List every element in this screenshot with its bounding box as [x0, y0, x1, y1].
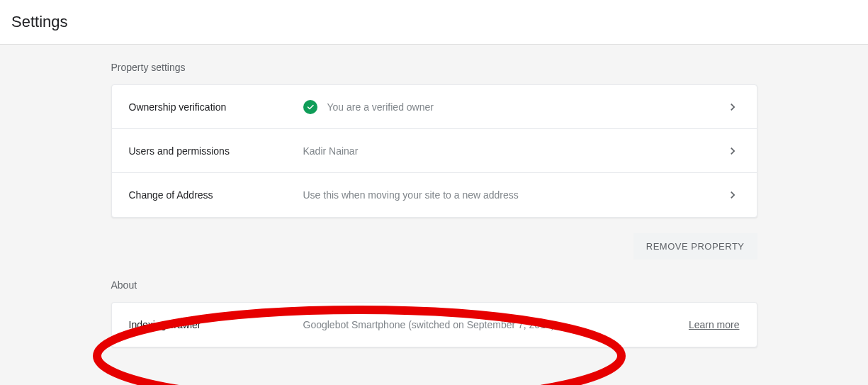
- remove-property-button[interactable]: REMOVE PROPERTY: [633, 233, 757, 260]
- section-title-about: About: [111, 279, 757, 291]
- users-permissions-row[interactable]: Users and permissions Kadir Nainar: [112, 129, 757, 173]
- change-of-address-row[interactable]: Change of Address Use this when moving y…: [112, 173, 757, 217]
- chevron-right-icon: [726, 188, 740, 202]
- verified-check-icon: [303, 100, 317, 114]
- address-value: Use this when moving your site to a new …: [303, 189, 519, 201]
- learn-more-link[interactable]: Learn more: [689, 319, 740, 330]
- property-settings-card: Ownership verification You are a verifie…: [111, 84, 757, 218]
- users-value-wrap: Kadir Nainar: [303, 145, 726, 157]
- users-label: Users and permissions: [129, 145, 303, 157]
- crawler-label: Indexing crawler: [129, 319, 303, 330]
- about-card: Indexing crawler Googlebot Smartphone (s…: [111, 302, 757, 347]
- crawler-value: Googlebot Smartphone (switched on Septem…: [303, 319, 555, 330]
- chevron-right-icon: [726, 144, 740, 158]
- crawler-value-wrap: Googlebot Smartphone (switched on Septem…: [303, 319, 689, 330]
- page-header: Settings: [0, 0, 868, 45]
- address-value-wrap: Use this when moving your site to a new …: [303, 189, 726, 201]
- ownership-label: Ownership verification: [129, 101, 303, 113]
- ownership-value: You are a verified owner: [327, 101, 434, 113]
- page-title: Settings: [11, 13, 857, 31]
- users-value: Kadir Nainar: [303, 145, 359, 157]
- chevron-right-icon: [726, 100, 740, 114]
- ownership-verification-row[interactable]: Ownership verification You are a verifie…: [112, 85, 757, 129]
- indexing-crawler-row: Indexing crawler Googlebot Smartphone (s…: [112, 303, 757, 347]
- actions-row: REMOVE PROPERTY: [111, 233, 757, 260]
- ownership-value-wrap: You are a verified owner: [303, 100, 726, 114]
- address-label: Change of Address: [129, 189, 303, 201]
- section-title-property: Property settings: [111, 62, 757, 73]
- content-area: Property settings Ownership verification…: [111, 45, 757, 385]
